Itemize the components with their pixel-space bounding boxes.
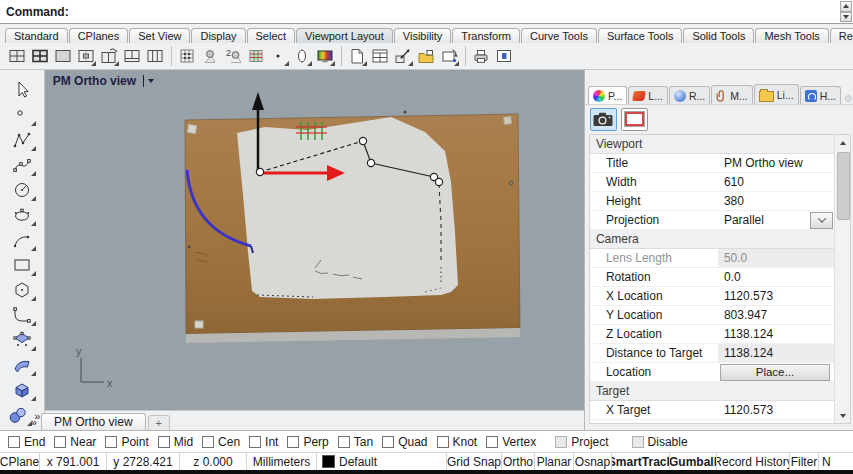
- prop-value[interactable]: 1120.573: [718, 403, 834, 417]
- prop-row-z-location[interactable]: Z Location 1138.124: [590, 325, 850, 344]
- polyline-icon[interactable]: [7, 128, 37, 152]
- toggle-filter[interactable]: Filter: [790, 453, 819, 470]
- point-style-icon[interactable]: [268, 45, 290, 67]
- checkbox[interactable]: [54, 436, 66, 448]
- tab-cplanes[interactable]: CPlanes: [69, 28, 129, 43]
- checkbox[interactable]: [486, 436, 498, 448]
- osnap-near[interactable]: Near: [54, 435, 96, 449]
- osnap-tan[interactable]: Tan: [338, 435, 373, 449]
- checkbox[interactable]: [382, 436, 394, 448]
- gear-icon[interactable]: ⚙: [844, 93, 853, 104]
- panel-tab-layers[interactable]: L...: [628, 86, 668, 104]
- tab-transform[interactable]: Transform: [452, 28, 520, 43]
- prop-value[interactable]: 1138.124: [718, 327, 834, 341]
- toggle-gumball[interactable]: Gumball: [670, 453, 717, 470]
- panel-scrollbar[interactable]: [834, 135, 850, 423]
- units-button[interactable]: Millimeters: [247, 453, 317, 470]
- viewport-canvas[interactable]: [45, 70, 584, 410]
- command-history-spinner[interactable]: [840, 1, 852, 22]
- osnap-disable[interactable]: Disable: [632, 435, 688, 449]
- prop-row-height[interactable]: Height 380: [590, 192, 850, 211]
- prop-row-x-target[interactable]: X Target 1120.573: [590, 401, 850, 420]
- toggle-record-history[interactable]: Record History: [717, 453, 790, 470]
- open-viewport-folder-icon[interactable]: [415, 45, 437, 67]
- tab-set-view[interactable]: Set View: [129, 28, 190, 43]
- box-icon[interactable]: [7, 378, 37, 402]
- control-point-curve-icon[interactable]: [7, 153, 37, 177]
- rectangle-icon[interactable]: [7, 253, 37, 277]
- tab-display[interactable]: Display: [191, 28, 245, 43]
- toggle-planar[interactable]: Planar: [535, 453, 574, 470]
- toggle-notifications[interactable]: N: [819, 453, 853, 470]
- toggle-grid-snap[interactable]: Grid Snap: [447, 453, 502, 470]
- osnap-perp[interactable]: Perp: [287, 435, 328, 449]
- surface-patch-icon[interactable]: [7, 353, 37, 377]
- toggle-ortho[interactable]: Ortho: [502, 453, 535, 470]
- scrollbar-thumb[interactable]: [837, 152, 850, 220]
- checkbox[interactable]: [8, 436, 20, 448]
- floating-viewport-icon[interactable]: [369, 45, 391, 67]
- prop-value[interactable]: 0.0: [718, 270, 834, 284]
- prop-row-y-location[interactable]: Y Location 803.947: [590, 306, 850, 325]
- viewport-split-4-icon[interactable]: [6, 45, 28, 67]
- active-layer[interactable]: Default: [317, 453, 447, 470]
- scroll-down-button[interactable]: [835, 408, 850, 423]
- tab-select[interactable]: Select: [247, 28, 296, 43]
- grid-options-icon[interactable]: [176, 45, 198, 67]
- cplane-button[interactable]: CPlane: [0, 453, 40, 470]
- checkbox[interactable]: [437, 436, 449, 448]
- ellipse-lens-icon[interactable]: [291, 45, 313, 67]
- spinner-down-button[interactable]: [840, 12, 852, 23]
- scroll-up-button[interactable]: [835, 135, 850, 150]
- panel-tab-help[interactable]: H...: [800, 86, 841, 104]
- prop-value[interactable]: 610: [718, 175, 834, 189]
- viewport-tab-pm-ortho[interactable]: PM Ortho view: [41, 413, 146, 430]
- viewport-pm-ortho[interactable]: PM Ortho view: [45, 70, 584, 410]
- prop-row-projection[interactable]: Projection Parallel: [590, 211, 850, 230]
- curve-blend-icon[interactable]: [7, 303, 37, 327]
- checkbox[interactable]: [249, 436, 261, 448]
- osnap-vertex[interactable]: Vertex: [486, 435, 536, 449]
- viewport-properties-button[interactable]: [590, 108, 617, 131]
- checkbox[interactable]: [287, 436, 299, 448]
- point-icon[interactable]: [7, 103, 37, 127]
- spinner-up-button[interactable]: [840, 1, 852, 12]
- toggle-osnap[interactable]: Osnap: [574, 453, 612, 470]
- tab-visibility[interactable]: Visibility: [394, 28, 452, 43]
- prop-value[interactable]: 380: [718, 194, 834, 208]
- prop-row-title[interactable]: Title PM Ortho view: [590, 154, 850, 173]
- sphere-icon[interactable]: [3, 403, 33, 427]
- osnap-mid[interactable]: Mid: [158, 435, 193, 449]
- panel-tab-materials[interactable]: M...: [711, 85, 753, 104]
- rotate-view-icon[interactable]: [438, 45, 460, 67]
- polygon-icon[interactable]: [7, 278, 37, 302]
- print-icon[interactable]: [470, 45, 492, 67]
- prop-row-width[interactable]: Width 610: [590, 173, 850, 192]
- command-bar[interactable]: Command:: [0, 0, 853, 24]
- osnap-cen[interactable]: Cen: [202, 435, 240, 449]
- surface-icon[interactable]: [7, 328, 37, 352]
- place-camera-button[interactable]: Place...: [720, 364, 830, 381]
- checkbox[interactable]: [158, 436, 170, 448]
- camera-lens-icon[interactable]: [199, 45, 221, 67]
- tab-standard[interactable]: Standard: [5, 28, 68, 43]
- osnap-end[interactable]: End: [8, 435, 45, 449]
- osnap-int[interactable]: Int: [249, 435, 278, 449]
- prop-value[interactable]: 803.947: [718, 308, 834, 322]
- viewport-target-icon[interactable]: [75, 45, 97, 67]
- panel-tab-properties[interactable]: P...: [588, 86, 627, 104]
- tab-mesh-tools[interactable]: Mesh Tools: [755, 28, 828, 43]
- display-mode-monitor-icon[interactable]: [314, 45, 336, 67]
- ellipse-icon[interactable]: [7, 203, 37, 227]
- tab-curve-tools[interactable]: Curve Tools: [521, 28, 597, 43]
- tab-surface-tools[interactable]: Surface Tools: [598, 28, 682, 43]
- resize-viewport-icon[interactable]: [392, 45, 414, 67]
- viewport-split-3-icon[interactable]: [144, 45, 166, 67]
- new-viewport-page-icon[interactable]: [346, 45, 368, 67]
- tab-solid-tools[interactable]: Solid Tools: [683, 28, 754, 43]
- checkbox[interactable]: [105, 436, 117, 448]
- osnap-point[interactable]: Point: [105, 435, 148, 449]
- viewport-title-dropdown[interactable]: [143, 75, 154, 87]
- checkbox[interactable]: [202, 436, 214, 448]
- viewport-title[interactable]: PM Ortho view: [53, 74, 154, 88]
